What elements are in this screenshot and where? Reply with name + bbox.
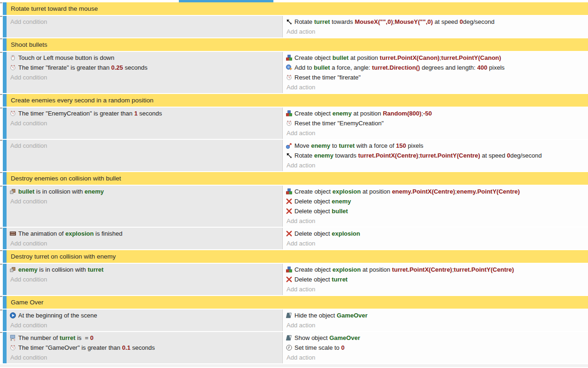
- action-row[interactable]: Delete object explosion: [283, 229, 588, 238]
- comment-header[interactable]: Rotate turret toward the mouse: [7, 2, 588, 15]
- animation-icon: [9, 230, 16, 237]
- instruction-text: Reset the timer "EnemyCreation": [294, 120, 384, 127]
- condition-row[interactable]: x?The number of turret is = 0: [7, 333, 282, 343]
- add-action-button[interactable]: Add action: [283, 216, 588, 226]
- instruction-text: seconds: [138, 110, 162, 117]
- instruction-text: The timer "EnemyCreation" is greater tha…: [18, 110, 134, 117]
- event-body: bullet is in collision with enemyAdd con…: [7, 186, 588, 227]
- instruction-text: Rotate: [294, 18, 314, 25]
- condition-row[interactable]: The timer "firerate" is greater than 0.2…: [7, 63, 282, 72]
- action-row[interactable]: Create object enemy at position Random(8…: [283, 108, 588, 118]
- actions-column: Delete object explosionAdd action: [283, 228, 588, 249]
- instruction-text: seconds: [123, 64, 147, 71]
- action-row[interactable]: Delete object bullet: [283, 206, 588, 216]
- event-gutter: [0, 186, 3, 227]
- add-action-button[interactable]: Add action: [283, 320, 588, 330]
- svg-text:?: ?: [14, 339, 15, 341]
- add-action-button[interactable]: Add action: [283, 128, 588, 138]
- action-row[interactable]: Delete object turret: [283, 274, 588, 284]
- event-marker: [0, 94, 2, 95]
- action-row[interactable]: Reset the timer "firerate": [283, 72, 588, 82]
- condition-row[interactable]: The timer "EnemyCreation" is greater tha…: [7, 108, 282, 118]
- conditions-column: At the beginning of the sceneAdd conditi…: [7, 310, 283, 331]
- comment-header[interactable]: Create enemies every second in a random …: [7, 94, 588, 107]
- condition-row[interactable]: The animation of explosion is finished: [7, 229, 282, 238]
- event-body: The timer "EnemyCreation" is greater tha…: [7, 108, 588, 139]
- action-row[interactable]: Reset the timer "EnemyCreation": [283, 118, 588, 128]
- condition-row[interactable]: The timer "GameOver" is greater than 0.1…: [7, 343, 282, 353]
- action-row[interactable]: Show object GameOver: [283, 333, 588, 343]
- instruction-text: Add to: [294, 64, 314, 71]
- action-row[interactable]: Rotate turret towards MouseX("",0);Mouse…: [283, 17, 588, 27]
- comment-header[interactable]: Destroy enemies on collision with bullet: [7, 172, 588, 185]
- add-condition-button[interactable]: Add condition: [7, 274, 282, 284]
- visibility-icon: [286, 334, 293, 341]
- add-condition-button[interactable]: Add condition: [7, 118, 282, 128]
- event-marker: [0, 264, 2, 265]
- object-name: explosion: [332, 230, 360, 237]
- add-condition-button[interactable]: Add condition: [7, 141, 282, 151]
- action-row[interactable]: Hide the object GameOver: [283, 310, 588, 320]
- object-name: explosion: [332, 188, 361, 195]
- instruction-text: Touch or Left mouse button is down: [18, 54, 114, 61]
- comment-shoot-bullets: Shoot bullets: [0, 38, 588, 51]
- parameter-value: enemy.PointX(Centre): [392, 188, 455, 195]
- comment-header[interactable]: Shoot bullets: [7, 38, 588, 51]
- event-body: Touch or Left mouse button is downThe ti…: [7, 52, 588, 93]
- action-row[interactable]: Create object explosion at position enem…: [283, 187, 588, 196]
- add-action-button[interactable]: Add action: [283, 353, 588, 362]
- action-row[interactable]: Delete object enemy: [283, 196, 588, 206]
- rotate-icon: [286, 18, 293, 25]
- event-body: Add conditionMove enemy to turret with a…: [7, 140, 588, 171]
- add-condition-button[interactable]: Add condition: [7, 72, 282, 82]
- add-condition-button[interactable]: Add condition: [7, 353, 282, 362]
- action-row[interactable]: Add to bullet a force, angle: turret.Dir…: [283, 63, 588, 72]
- delete-icon: [286, 198, 293, 205]
- object-name: turret: [339, 142, 355, 149]
- comment-destroy-enemies: Destroy enemies on collision with bullet: [0, 172, 588, 185]
- create-icon: [286, 54, 293, 61]
- add-action-button[interactable]: Add action: [283, 82, 588, 92]
- action-row[interactable]: Move enemy to turret with a force of 150…: [283, 141, 588, 151]
- parameter-value: MouseY("",0): [395, 18, 433, 25]
- add-condition-button[interactable]: Add condition: [7, 320, 282, 330]
- event-scene-begin: At the beginning of the sceneAdd conditi…: [0, 310, 588, 331]
- add-condition-button[interactable]: Add condition: [7, 238, 282, 248]
- comment-header[interactable]: Destroy turret on collision with enemy: [7, 250, 588, 263]
- event-marker: [0, 140, 2, 141]
- condition-row[interactable]: bullet is in collision with enemy: [7, 187, 282, 196]
- create-icon: [286, 110, 293, 117]
- event-marker: [0, 2, 2, 3]
- add-action-button[interactable]: Add action: [283, 27, 588, 36]
- add-condition-button[interactable]: Add condition: [7, 17, 282, 27]
- add-action-button[interactable]: Add action: [283, 160, 588, 170]
- event-selection-bar: [3, 38, 7, 51]
- event-gutter: [0, 264, 3, 295]
- condition-row[interactable]: enemy is in collision with turret: [7, 265, 282, 274]
- action-row[interactable]: Set time scale to 0: [283, 343, 588, 353]
- condition-row[interactable]: At the beginning of the scene: [7, 310, 282, 320]
- event-marker: [0, 52, 2, 53]
- instruction-text: at speed: [480, 152, 507, 159]
- add-condition-button[interactable]: Add condition: [7, 196, 282, 206]
- condition-row[interactable]: Touch or Left mouse button is down: [7, 53, 282, 63]
- comment-header[interactable]: Game Over: [7, 296, 588, 309]
- event-marker: [0, 228, 2, 229]
- instruction-text: Delete object: [294, 198, 332, 205]
- add-action-button[interactable]: Add action: [283, 238, 588, 248]
- action-row[interactable]: Create object explosion at position turr…: [283, 265, 588, 274]
- action-row[interactable]: Rotate enemy towards turret.PointX(Centr…: [283, 151, 588, 160]
- horizontal-scrollbar-thumb[interactable]: [179, 0, 273, 2]
- object-name: enemy: [18, 266, 37, 273]
- event-rotate-turret: Add conditionRotate turret towards Mouse…: [0, 16, 588, 37]
- add-action-button[interactable]: Add action: [283, 284, 588, 294]
- parameter-value: MouseX("",0): [355, 18, 393, 25]
- action-row[interactable]: Create object bullet at position turret.…: [283, 53, 588, 63]
- conditions-column: The timer "EnemyCreation" is greater tha…: [7, 108, 283, 139]
- event-selection-bar: [3, 16, 7, 37]
- instruction-text: at speed: [433, 18, 460, 25]
- event-selection-bar: [3, 2, 7, 15]
- event-selection-bar: [3, 140, 7, 171]
- parameter-value: 0: [460, 18, 463, 25]
- parameter-value: turret.PointX(Centre): [392, 266, 452, 273]
